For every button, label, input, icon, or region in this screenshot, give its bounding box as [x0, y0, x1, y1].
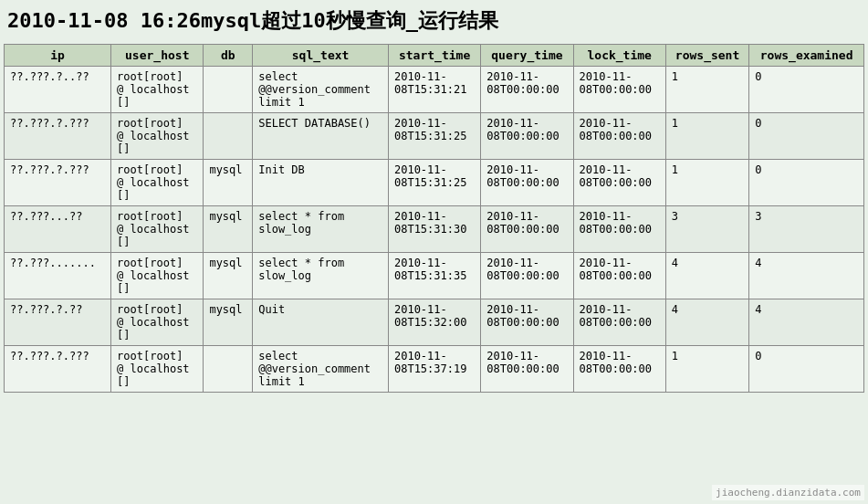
cell-ip: ??.???.......	[5, 253, 111, 299]
cell-db	[204, 67, 253, 113]
cell-start_time: 2010-11- 08T15:31:25	[388, 160, 480, 206]
cell-rows_examined: 4	[749, 299, 864, 346]
cell-lock_time: 2010-11- 08T00:00:00	[573, 113, 665, 160]
cell-rows_sent: 1	[665, 67, 748, 113]
cell-ip: ??.???.?.???	[5, 160, 111, 206]
cell-sql_text: select @@version_comment limit 1	[253, 346, 389, 393]
table-row: ??.???.?.???root[root] @ localhost []sel…	[5, 346, 864, 393]
col-header-sql_text: sql_text	[253, 45, 389, 67]
cell-rows_examined: 3	[749, 206, 864, 253]
cell-user_host: root[root] @ localhost []	[111, 253, 204, 299]
cell-user_host: root[root] @ localhost []	[111, 113, 204, 160]
cell-start_time: 2010-11- 08T15:37:19	[388, 346, 480, 393]
cell-lock_time: 2010-11- 08T00:00:00	[573, 206, 665, 253]
table-row: ??.???.?.??root[root] @ localhost []mysq…	[5, 299, 864, 346]
table-header-row: ipuser_hostdbsql_textstart_timequery_tim…	[5, 45, 864, 67]
cell-db: mysql	[204, 299, 253, 346]
cell-ip: ??.???.?..??	[5, 67, 111, 113]
cell-rows_sent: 4	[665, 299, 748, 346]
table-row: ??.???.?.???root[root] @ localhost []SEL…	[5, 113, 864, 160]
cell-rows_sent: 1	[665, 346, 748, 393]
cell-lock_time: 2010-11- 08T00:00:00	[573, 253, 665, 299]
cell-start_time: 2010-11- 08T15:31:30	[388, 206, 480, 253]
cell-rows_sent: 1	[665, 113, 748, 160]
cell-start_time: 2010-11- 08T15:31:25	[388, 113, 480, 160]
cell-lock_time: 2010-11- 08T00:00:00	[573, 160, 665, 206]
table-row: ??.???.......root[root] @ localhost []my…	[5, 253, 864, 299]
cell-ip: ??.???.?.???	[5, 346, 111, 393]
cell-db: mysql	[204, 253, 253, 299]
cell-ip: ??.???.?.???	[5, 113, 111, 160]
col-header-rows_sent: rows_sent	[665, 45, 748, 67]
cell-rows_examined: 0	[749, 160, 864, 206]
cell-lock_time: 2010-11- 08T00:00:00	[573, 67, 665, 113]
cell-lock_time: 2010-11- 08T00:00:00	[573, 346, 665, 393]
table-row: ??.???.?..??root[root] @ localhost []sel…	[5, 67, 864, 113]
cell-user_host: root[root] @ localhost []	[111, 206, 204, 253]
cell-start_time: 2010-11- 08T15:31:21	[388, 67, 480, 113]
cell-rows_sent: 4	[665, 253, 748, 299]
cell-user_host: root[root] @ localhost []	[111, 67, 204, 113]
cell-query_time: 2010-11- 08T00:00:00	[481, 160, 573, 206]
cell-db	[204, 346, 253, 393]
cell-lock_time: 2010-11- 08T00:00:00	[573, 299, 665, 346]
cell-rows_examined: 0	[749, 113, 864, 160]
cell-query_time: 2010-11- 08T00:00:00	[481, 299, 573, 346]
cell-query_time: 2010-11- 08T00:00:00	[481, 346, 573, 393]
cell-rows_examined: 0	[749, 346, 864, 393]
col-header-lock_time: lock_time	[573, 45, 665, 67]
cell-user_host: root[root] @ localhost []	[111, 160, 204, 206]
cell-ip: ??.???...??	[5, 206, 111, 253]
cell-db	[204, 113, 253, 160]
table-row: ??.???...??root[root] @ localhost []mysq…	[5, 206, 864, 253]
table-row: ??.???.?.???root[root] @ localhost []mys…	[5, 160, 864, 206]
col-header-db: db	[204, 45, 253, 67]
cell-ip: ??.???.?.??	[5, 299, 111, 346]
cell-rows_examined: 4	[749, 253, 864, 299]
cell-rows_sent: 3	[665, 206, 748, 253]
cell-start_time: 2010-11- 08T15:32:00	[388, 299, 480, 346]
cell-sql_text: select * from slow_log	[253, 206, 389, 253]
cell-sql_text: Init DB	[253, 160, 389, 206]
watermark: jiaocheng.dianzidata.com	[712, 485, 864, 500]
cell-sql_text: SELECT DATABASE()	[253, 113, 389, 160]
cell-query_time: 2010-11- 08T00:00:00	[481, 67, 573, 113]
cell-db: mysql	[204, 160, 253, 206]
cell-rows_sent: 1	[665, 160, 748, 206]
cell-query_time: 2010-11- 08T00:00:00	[481, 253, 573, 299]
col-header-start_time: start_time	[388, 45, 480, 67]
cell-start_time: 2010-11- 08T15:31:35	[388, 253, 480, 299]
col-header-query_time: query_time	[481, 45, 573, 67]
col-header-ip: ip	[5, 45, 111, 67]
page-wrapper: 2010-11-08 16:26mysql超过10秒慢查询_运行结果 ipuse…	[0, 0, 868, 504]
page-title: 2010-11-08 16:26mysql超过10秒慢查询_运行结果	[4, 7, 864, 35]
cell-user_host: root[root] @ localhost []	[111, 299, 204, 346]
cell-sql_text: select @@version_comment limit 1	[253, 67, 389, 113]
cell-query_time: 2010-11- 08T00:00:00	[481, 113, 573, 160]
col-header-rows_examined: rows_examined	[749, 45, 864, 67]
cell-sql_text: select * from slow_log	[253, 253, 389, 299]
col-header-user_host: user_host	[111, 45, 204, 67]
cell-db: mysql	[204, 206, 253, 253]
data-table: ipuser_hostdbsql_textstart_timequery_tim…	[4, 44, 864, 393]
cell-sql_text: Quit	[253, 299, 389, 346]
cell-rows_examined: 0	[749, 67, 864, 113]
cell-query_time: 2010-11- 08T00:00:00	[481, 206, 573, 253]
cell-user_host: root[root] @ localhost []	[111, 346, 204, 393]
